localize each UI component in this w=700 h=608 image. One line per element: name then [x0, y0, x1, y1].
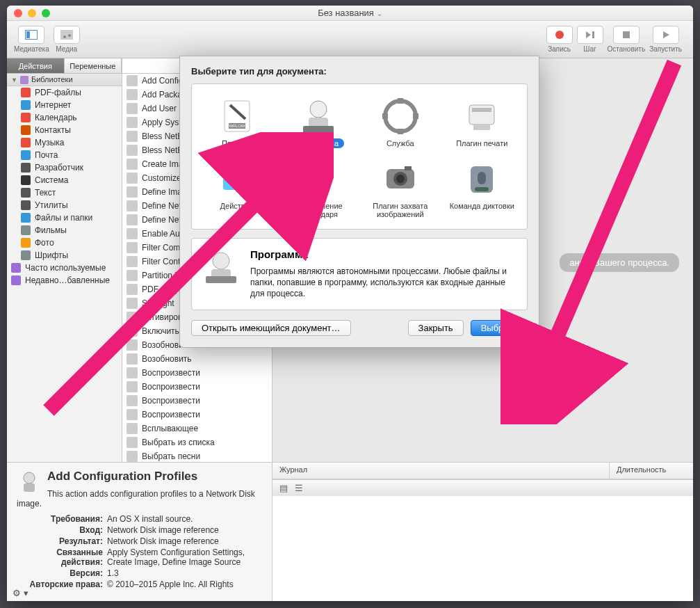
svg-point-3: [63, 35, 66, 38]
svg-rect-37: [475, 187, 489, 191]
svg-rect-19: [398, 129, 403, 134]
record-button[interactable]: Запись: [546, 26, 573, 53]
svg-rect-21: [413, 113, 418, 119]
info-row: Требования:An OS X install source.: [17, 514, 262, 524]
dialog-header: Выберите тип для документа:: [191, 66, 528, 77]
annotation-arrow-2: [500, 56, 695, 424]
action-item[interactable]: Выбрать из списка: [122, 435, 272, 449]
svg-rect-2: [60, 30, 73, 40]
run-button[interactable]: Запустить: [649, 26, 682, 53]
view-mode-icon-2[interactable]: ☰: [295, 483, 303, 493]
minimize-icon[interactable]: [28, 9, 36, 17]
svg-rect-18: [398, 98, 403, 104]
chevron-down-icon[interactable]: ⌄: [377, 10, 382, 17]
sidebar-item-1[interactable]: Интернет: [7, 99, 122, 111]
close-icon[interactable]: [14, 9, 22, 17]
toolbar: Медиатека Медиа Запись Шаг Остановить За…: [7, 21, 693, 58]
info-desc: This action adds configuration profiles …: [17, 489, 262, 509]
svg-text:WFLOW: WFLOW: [229, 124, 245, 128]
titlebar: Без названия⌄: [7, 6, 693, 21]
info-title: Add Configuration Profiles: [17, 470, 262, 483]
svg-rect-7: [623, 31, 630, 38]
svg-rect-34: [405, 166, 412, 170]
svg-point-33: [396, 175, 405, 183]
info-row: Связанные действия:Apply System Configur…: [17, 547, 262, 567]
info-row: Вход:Network Disk image reference: [17, 525, 262, 535]
action-item[interactable]: Выбрать песни: [122, 449, 272, 462]
media-button[interactable]: Медиа: [54, 26, 80, 53]
doc-type-6[interactable]: Плагин захвата изображений: [361, 157, 440, 219]
library-header[interactable]: ▼Библиотеки: [7, 74, 122, 86]
sidebar-item-0[interactable]: PDF-файлы: [7, 86, 122, 99]
doc-type-2[interactable]: Служба: [361, 94, 440, 148]
log-col-duration[interactable]: Длительность: [610, 463, 693, 479]
library-button[interactable]: Медиатека: [14, 26, 49, 53]
view-mode-icon[interactable]: ▤: [279, 483, 288, 493]
svg-rect-6: [592, 31, 594, 38]
svg-rect-20: [382, 113, 388, 119]
svg-line-41: [49, 153, 306, 410]
sidebar-tabs: Действия Переменные: [7, 58, 122, 74]
zoom-icon[interactable]: [42, 9, 50, 17]
gear-icon[interactable]: ⚙︎ ▾: [13, 588, 29, 598]
svg-rect-1: [26, 31, 30, 38]
svg-point-5: [555, 31, 564, 39]
info-row: Авторские права:© 2010–2015 Apple Inc. A…: [17, 579, 262, 589]
annotation-arrow-1: [42, 132, 334, 424]
sidebar-item-2[interactable]: Календарь: [7, 111, 122, 124]
info-panel: Add Configuration Profiles This action a…: [7, 462, 272, 601]
bottom-bar: ▤ ☰: [272, 479, 693, 496]
close-button[interactable]: Закрыть: [408, 320, 464, 336]
info-row: Версия:1.3: [17, 568, 262, 578]
svg-rect-9: [24, 483, 35, 492]
traffic-lights: [7, 9, 50, 17]
svg-line-42: [528, 63, 674, 403]
svg-point-17: [385, 101, 416, 131]
window-title: Без названия⌄: [318, 8, 382, 18]
tab-variables[interactable]: Переменные: [65, 58, 122, 73]
stop-button[interactable]: Остановить: [608, 26, 646, 53]
svg-point-14: [310, 101, 327, 118]
svg-point-8: [24, 472, 35, 483]
log-col-journal[interactable]: Журнал: [272, 463, 610, 479]
info-row: Результат:Network Disk image reference: [17, 536, 262, 546]
svg-rect-36: [478, 172, 486, 184]
log-panel: Журнал Длительность ▤ ☰: [272, 462, 693, 601]
svg-point-4: [68, 34, 71, 37]
step-button[interactable]: Шаг: [577, 26, 603, 53]
svg-rect-24: [472, 108, 491, 112]
automator-icon: [17, 470, 42, 495]
tab-actions[interactable]: Действия: [7, 58, 65, 73]
svg-rect-23: [473, 125, 490, 130]
